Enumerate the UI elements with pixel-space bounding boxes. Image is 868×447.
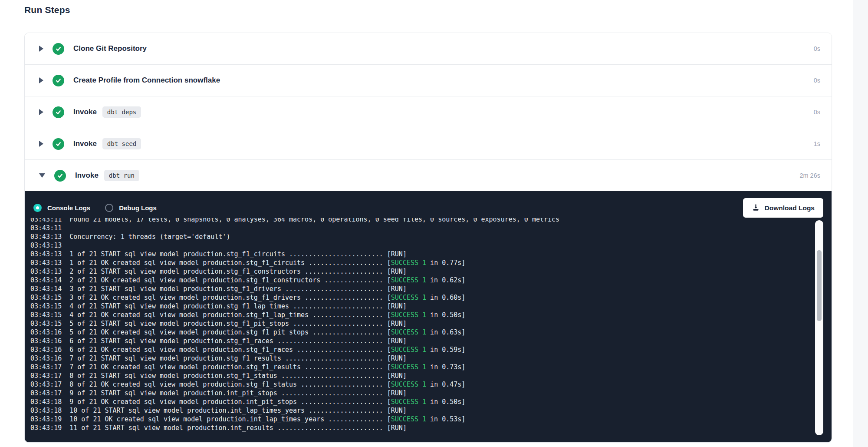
step-row-invoke-dbt-run[interactable]: Invokedbt run2m 26s [25,159,832,191]
download-logs-button[interactable]: Download Logs [743,198,823,218]
log-timestamp: 03:43:16 [30,354,69,362]
log-line: 03:43:131 of 21 OK created sql view mode… [30,258,812,267]
log-status-success: SUCCESS 1 [391,346,426,354]
log-message: 9 of 21 START sql view model production.… [69,389,277,397]
log-status: [ [387,398,391,406]
chevron-right-icon[interactable] [39,77,43,83]
check-circle-icon [53,43,64,55]
log-status: [RUN] [387,337,407,345]
step-title: Invoke [73,139,97,148]
log-message: 2 of 21 START sql view model production.… [69,268,301,275]
log-message: 4 of 21 OK created sql view model produc… [69,311,309,319]
log-message: 6 of 21 START sql view model production.… [69,337,273,345]
radio-selected-icon[interactable] [33,204,42,212]
radio-label-console-logs: Console Logs [47,204,90,212]
log-line: 03:43:153 of 21 OK created sql view mode… [30,293,812,302]
log-line: 03:43:1910 of 21 OK created sql view mod… [30,415,812,424]
step-duration: 2m 26s [799,172,820,179]
log-message: 1 of 21 OK created sql view model produc… [69,259,305,267]
log-timestamp: 03:43:17 [30,363,69,371]
run-steps-card: Clone Git Repository0sCreate Profile fro… [24,33,832,443]
log-timestamp: 03:43:13 [30,242,69,249]
step-title: Create Profile from Connection snowflake [73,76,220,85]
log-message: 1 of 21 START sql view model production.… [69,250,285,258]
log-dots: ....................... [289,302,387,310]
step-duration: 1s [814,140,820,147]
log-status-success: SUCCESS 1 [391,294,426,301]
log-timestamp: 03:43:17 [30,372,69,380]
log-dots: ........................... [273,424,387,432]
log-message: 6 of 21 OK created sql view model produc… [69,346,293,354]
check-circle-icon [53,75,64,86]
log-status-success: SUCCESS 1 [391,363,426,371]
chevron-right-icon[interactable] [39,109,43,115]
step-row-invoke-dbt-seed[interactable]: Invokedbt seed1s [25,128,832,159]
radio-unselected-icon[interactable] [105,204,113,212]
download-logs-label: Download Logs [765,204,815,212]
log-dots: ....................... [289,320,387,328]
log-dots: .................... [301,363,387,371]
log-timestamp: 03:43:13 [30,268,69,275]
log-line: 03:43:13Concurrency: 1 threads (target='… [30,232,812,241]
log-lines: 03:43:11Found 21 models, 17 tests, 0 sna… [30,218,812,432]
log-status: [ [387,415,391,423]
step-title: Invoke [73,108,97,116]
log-status: [RUN] [387,268,407,275]
console-log-output[interactable]: 03:43:11Found 21 models, 17 tests, 0 sna… [30,218,812,440]
log-timestamp: 03:43:15 [30,311,69,319]
step-row-invoke-dbt-deps[interactable]: Invokedbt deps0s [25,96,832,128]
log-timestamp: 03:43:16 [30,346,69,354]
chevron-down-icon[interactable] [39,173,45,178]
log-status: [RUN] [387,389,407,397]
log-line: 03:43:155 of 21 START sql view model pro… [30,319,812,328]
log-status: [RUN] [387,424,407,432]
command-badge: dbt run [104,170,139,181]
log-status-detail: in 0.60s] [426,294,465,301]
log-status: [ [387,328,391,336]
log-message: 11 of 21 START sql view model production… [69,424,273,432]
log-line: 03:43:132 of 21 START sql view model pro… [30,267,812,276]
log-timestamp: 03:43:13 [30,233,69,241]
log-line: 03:43:166 of 21 START sql view model pro… [30,337,812,345]
log-status-detail: in 0.77s] [426,259,465,267]
log-message: 8 of 21 START sql view model production.… [69,372,277,380]
log-scrollbar-track[interactable] [815,220,823,435]
log-line: 03:43:179 of 21 START sql view model pro… [30,389,812,397]
log-message: Concurrency: 1 threads (target='default'… [69,233,230,241]
step-title: Clone Git Repository [73,44,147,53]
step-duration: 0s [814,77,820,84]
log-timestamp: 03:43:11 [30,218,69,223]
chevron-right-icon[interactable] [39,141,43,147]
log-status-success: SUCCESS 1 [391,415,426,423]
log-status: [ [387,381,391,388]
log-status: [RUN] [387,302,407,310]
radio-debug-logs[interactable]: Debug Logs [105,204,157,212]
log-dots: .......................... [277,372,387,380]
check-circle-icon [53,106,64,118]
log-message: 3 of 21 START sql view model production.… [69,285,281,293]
log-status-detail: in 0.73s] [426,363,465,371]
log-status: [ [387,346,391,354]
log-status-success: SUCCESS 1 [391,276,426,284]
log-timestamp: 03:43:18 [30,407,69,414]
step-row-clone-git-repository[interactable]: Clone Git Repository0s [25,33,832,64]
log-dots: .............. [324,415,387,423]
log-line: 03:43:13 [30,241,812,250]
log-status-detail: in 0.53s] [426,415,465,423]
log-line: 03:43:142 of 21 OK created sql view mode… [30,276,812,285]
run-steps-page: Run Steps Clone Git Repository0sCreate P… [0,0,868,447]
log-scrollbar-thumb[interactable] [817,250,822,321]
chevron-right-icon[interactable] [39,46,43,52]
radio-console-logs[interactable]: Console Logs [33,204,90,212]
log-status-detail: in 0.62s] [426,276,465,284]
log-line: 03:43:165 of 21 OK created sql view mode… [30,328,812,337]
step-row-create-profile-from-connection-snowflake[interactable]: Create Profile from Connection snowflake… [25,64,832,96]
log-dots: ........................ [285,250,387,258]
log-line: 03:43:177 of 21 OK created sql view mode… [30,363,812,371]
log-dots: .......................... [277,389,387,397]
log-timestamp: 03:43:11 [30,224,69,232]
log-status: [RUN] [387,407,407,414]
step-title: Invoke [75,171,99,180]
log-line: 03:43:166 of 21 OK created sql view mode… [30,345,812,354]
log-status-success: SUCCESS 1 [391,398,426,406]
